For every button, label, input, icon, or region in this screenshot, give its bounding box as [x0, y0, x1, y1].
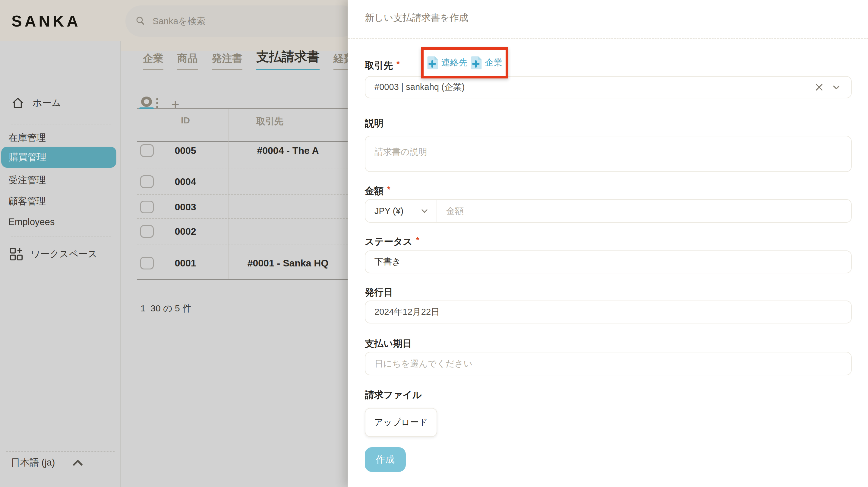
sidebar-item-purchasing-active[interactable]: 購買管理 — [1, 147, 116, 168]
issue-date-value: 2024年12月22日 — [374, 306, 440, 318]
cell-id: 0005 — [160, 145, 211, 156]
upload-button[interactable]: アップロード — [365, 408, 437, 437]
sidebar-item-workspace[interactable]: ワークスペース — [9, 247, 97, 261]
sidebar-divider — [11, 236, 111, 237]
add-company-label: 企業 — [485, 57, 503, 69]
sidebar-item-sales-orders[interactable]: 受注管理 — [8, 174, 46, 187]
row-checkbox[interactable] — [140, 144, 154, 157]
add-contact-label: 連絡先 — [441, 57, 468, 69]
partner-select-value: #0003 | sankahq (企業) — [374, 81, 465, 93]
tab-companies[interactable]: 企業 — [143, 52, 163, 70]
partner-field-label: 取引先* — [365, 59, 400, 72]
required-marker: * — [387, 185, 391, 194]
due-date-input-wrap[interactable] — [365, 352, 852, 375]
cell-partner: #0001 - Sanka HQ — [229, 258, 347, 269]
label-text: 金額 — [365, 185, 383, 196]
search-icon — [135, 16, 146, 27]
table-header-border — [137, 141, 348, 142]
label-text: 取引先 — [365, 60, 393, 70]
sidebar-item-inventory[interactable]: 在庫管理 — [8, 132, 46, 144]
required-marker: * — [416, 236, 420, 245]
invoice-file-field-label: 請求ファイル — [365, 389, 422, 401]
tab-purchase-orders[interactable]: 発注書 — [212, 52, 242, 70]
home-icon — [11, 96, 25, 110]
chevron-down-icon[interactable] — [832, 83, 841, 92]
view-menu-kebab-icon[interactable] — [156, 98, 158, 108]
pagination-summary: 1–30 の 5 件 — [141, 302, 191, 315]
sidebar-item-home[interactable]: ホーム — [11, 96, 61, 110]
label-text: ステータス — [365, 236, 412, 247]
cell-id: 0004 — [160, 176, 211, 188]
row-separator — [137, 244, 348, 245]
view-tab-ring-icon[interactable] — [141, 96, 152, 107]
row-checkbox[interactable] — [140, 201, 154, 213]
add-company-button[interactable]: 企業 — [471, 56, 503, 70]
create-button[interactable]: 作成 — [365, 447, 406, 472]
required-marker: * — [397, 59, 400, 68]
status-field-label: ステータス* — [365, 235, 419, 248]
active-view-underline — [139, 108, 154, 109]
app-root: SANKA ホーム 在庫管理 購買管理 受注管理 顧客管理 Employees … — [0, 0, 868, 487]
tab-products[interactable]: 商品 — [177, 52, 198, 70]
cell-partner: #0004 - The A — [229, 145, 347, 156]
table-bottom-border — [137, 279, 348, 280]
logo-block: SANKA — [0, 0, 121, 41]
clear-selection-icon[interactable] — [815, 83, 824, 91]
sidebar-divider — [11, 124, 111, 125]
sidebar-item-label: ホーム — [33, 96, 61, 109]
partner-select[interactable]: #0003 | sankahq (企業) — [365, 76, 852, 98]
chevron-up-icon — [72, 458, 84, 467]
amount-input[interactable] — [446, 206, 842, 216]
create-button-label: 作成 — [376, 453, 395, 466]
issue-date-field-label: 発行日 — [365, 286, 393, 299]
search-input[interactable] — [153, 16, 321, 26]
language-selector[interactable]: 日本語 (ja) — [11, 456, 84, 469]
brand-logo[interactable]: SANKA — [11, 12, 81, 30]
workspace-grid-plus-icon — [9, 247, 24, 261]
cell-id: 0003 — [160, 202, 211, 213]
row-separator — [137, 168, 348, 168]
status-select[interactable]: 下書き — [365, 251, 852, 274]
row-checkbox[interactable] — [140, 175, 154, 188]
due-date-input[interactable] — [374, 359, 842, 369]
description-textarea[interactable] — [374, 146, 842, 166]
sidebar-item-label: ワークスペース — [31, 248, 97, 260]
description-textarea-wrap[interactable] — [365, 136, 852, 172]
issue-date-input[interactable]: 2024年12月22日 — [365, 300, 852, 323]
currency-value: JPY (¥) — [374, 206, 403, 216]
create-invoice-drawer: 新しい支払請求書を作成 取引先* 連絡先 企業 #0003 | sankahq … — [348, 0, 868, 487]
description-field-label: 説明 — [365, 117, 383, 130]
currency-select[interactable]: JPY (¥) — [365, 200, 437, 222]
sidebar: ホーム 在庫管理 購買管理 受注管理 顧客管理 Employees ワークスペー… — [0, 41, 121, 487]
due-date-field-label: 支払い期日 — [365, 337, 412, 350]
row-checkbox[interactable] — [140, 225, 154, 238]
global-search[interactable] — [125, 5, 358, 37]
add-contact-button[interactable]: 連絡先 — [427, 56, 468, 70]
amount-group-divider — [437, 200, 437, 222]
amount-field-group: JPY (¥) — [365, 199, 852, 223]
cell-id: 0002 — [160, 226, 211, 237]
cell-id: 0001 — [160, 258, 211, 269]
module-tabs: 企業 商品 発注書 支払請求書 経費 — [143, 48, 354, 70]
sidebar-item-employees[interactable]: Employees — [8, 217, 55, 228]
row-checkbox[interactable] — [140, 257, 154, 269]
drawer-title: 新しい支払請求書を作成 — [365, 11, 468, 24]
add-view-button[interactable]: + — [171, 96, 179, 112]
red-annotation-box: 連絡先 企業 — [421, 47, 508, 79]
amount-field-label: 金額* — [365, 185, 391, 197]
file-plus-icon — [471, 56, 482, 70]
row-separator — [137, 218, 348, 219]
row-separator — [137, 194, 348, 195]
column-header-partner[interactable]: 取引先 — [229, 115, 311, 127]
drawer-title-divider — [348, 38, 868, 39]
status-value: 下書き — [374, 256, 401, 268]
sidebar-divider — [6, 451, 115, 452]
file-plus-icon — [427, 56, 438, 70]
sidebar-item-customers[interactable]: 顧客管理 — [8, 195, 46, 208]
column-header-id[interactable]: ID — [160, 115, 211, 125]
chevron-down-icon — [420, 207, 429, 215]
tab-payment-invoices[interactable]: 支払請求書 — [256, 48, 319, 70]
view-strip-border — [137, 108, 348, 109]
sidebar-item-label: 購買管理 — [9, 151, 46, 164]
upload-button-label: アップロード — [374, 417, 428, 428]
